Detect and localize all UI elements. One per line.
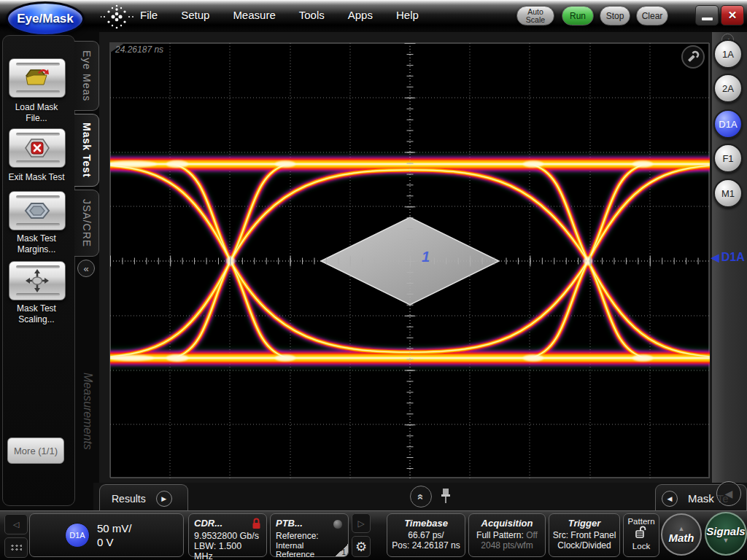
acquisition-panel[interactable]: Acquisition Full Pattern: Off 2048 pts/w…	[468, 513, 546, 557]
channel-button-d1a[interactable]: D1A	[713, 109, 743, 139]
mask-region-number: 1	[422, 249, 430, 265]
timebase-scale-value: 66.67 ps/	[387, 530, 465, 540]
results-tab[interactable]: Results ▶	[99, 484, 188, 512]
triangle-left-icon: ◁	[13, 520, 19, 529]
spark-icon	[101, 2, 134, 31]
channel-offset-value: 0 V	[97, 535, 132, 549]
exit-mask-test-label: Exit Mask Test	[0, 172, 73, 183]
tab-mask-test-label: Mask Test	[81, 122, 93, 178]
tab-eye-meas-label: Eye Meas	[81, 50, 93, 101]
pattern-lock-panel[interactable]: Pattern Lock	[623, 513, 659, 557]
pin-icon	[439, 487, 452, 505]
close-button[interactable]: ✕	[721, 5, 744, 26]
minimize-button[interactable]	[695, 5, 719, 26]
mask-test-margins-icon	[22, 200, 53, 222]
trigger-title: Trigger	[549, 518, 619, 529]
exit-mask-test-icon	[22, 137, 53, 159]
channel-button-2a[interactable]: 2A	[713, 74, 743, 103]
ptb-corner-number: 1	[341, 548, 346, 556]
channel-strip	[712, 32, 747, 510]
button-grip	[16, 133, 60, 136]
button-grip	[16, 160, 60, 163]
pattern-lock-label-bottom: Lock	[624, 542, 659, 551]
mask-test-margins-button[interactable]	[9, 191, 66, 230]
menu-setup[interactable]: Setup	[181, 9, 209, 21]
acquisition-pattern-value: Off	[526, 530, 538, 540]
button-grip	[16, 293, 60, 296]
active-channel-arrow-icon: ◀	[711, 252, 719, 263]
sidebar-collapse-button[interactable]: «	[77, 260, 95, 277]
math-button[interactable]: ▲ Math	[661, 513, 702, 556]
collapse-left-icon: «	[83, 263, 88, 274]
timebase-panel[interactable]: Timebase 66.67 ps/ Pos: 24.26187 ns	[387, 513, 465, 557]
menu-tools[interactable]: Tools	[299, 9, 325, 21]
channel-button-1a[interactable]: 1A	[713, 39, 743, 69]
application-window: Eye/Mask File Setup Measure Tools Apps	[0, 0, 747, 560]
panel-expand-button[interactable]: «	[410, 486, 432, 508]
menu-measure[interactable]: Measure	[233, 9, 275, 21]
signals-button-label: Signals	[706, 525, 745, 537]
math-up-icon: ▲	[678, 526, 685, 532]
pattern-unlock-icon	[634, 526, 649, 539]
ptb-status-led	[333, 519, 343, 529]
more-button[interactable]: More (1/1)	[7, 438, 64, 464]
plot-tools-button[interactable]	[681, 45, 705, 69]
wrench-icon	[686, 50, 700, 64]
keypad-button[interactable]	[4, 537, 28, 558]
trigger-mode-value: Clock/Divided	[549, 540, 619, 551]
stop-button[interactable]: Stop	[600, 6, 630, 26]
signals-button[interactable]: Signals ▼	[705, 512, 747, 556]
title-bar: Eye/Mask File Setup Measure Tools Apps	[0, 0, 747, 32]
mask-test-scaling-icon	[22, 269, 53, 292]
settings-button[interactable]: ⚙	[352, 536, 371, 557]
menu-bar: File Setup Measure Tools Apps Help	[140, 9, 419, 21]
trigger-source-value: Src: Front Panel	[549, 530, 619, 540]
panel-collapse-button[interactable]: ◁	[4, 514, 28, 534]
tab-mask-test[interactable]: Mask Test	[74, 114, 99, 187]
tab-jsa-cre[interactable]: JSA/CRE	[74, 190, 99, 257]
collapse-tab-icon: ◀	[725, 488, 733, 499]
menu-help[interactable]: Help	[396, 9, 419, 21]
run-button[interactable]: Run	[562, 6, 594, 26]
menu-file[interactable]: File	[140, 9, 158, 21]
app-logo-label: Eye/Mask	[17, 12, 74, 26]
cdr-lbw-value: LBW: 1.500 MHz	[194, 541, 261, 560]
acquisition-points-value: 2048 pts/wfm	[469, 540, 545, 551]
math-button-label: Math	[669, 532, 694, 544]
ptb-corner-fold: 1	[336, 544, 348, 556]
channel-scale-value: 50 mV/	[97, 521, 132, 535]
eye-diagram-display[interactable]	[109, 42, 709, 478]
mask-tab-collapse-button[interactable]: ◀	[716, 481, 741, 506]
channel-button-m1[interactable]: M1	[713, 179, 743, 208]
button-grip	[16, 265, 60, 268]
signals-down-icon: ▼	[723, 537, 729, 543]
eye-diagram-canvas	[110, 43, 710, 478]
ptb-panel[interactable]: PTB... Reference: Internal Reference 1	[270, 513, 349, 557]
plot-timestamp: 24.26187 ns	[115, 44, 163, 55]
autoscale-button[interactable]: Auto Scale	[516, 6, 554, 26]
exit-mask-test-button[interactable]	[9, 128, 66, 168]
measurements-label: Measurements	[81, 373, 94, 450]
minimize-icon	[702, 18, 713, 20]
trigger-panel[interactable]: Trigger Src: Front Panel Clock/Divided	[549, 513, 620, 557]
channel-scale-panel[interactable]: D1A 50 mV/ 0 V	[29, 513, 184, 557]
cdr-rate-value: 9.9532800 Gb/s	[194, 531, 261, 541]
expand-right-button[interactable]: ▷	[352, 513, 371, 533]
load-mask-file-button[interactable]	[9, 58, 66, 98]
channel-button-f1[interactable]: F1	[713, 144, 743, 173]
menu-apps[interactable]: Apps	[348, 9, 373, 21]
pin-button[interactable]	[439, 487, 452, 505]
ptb-reference-label: Reference:	[276, 531, 343, 541]
tab-jsa-cre-label: JSA/CRE	[81, 199, 93, 247]
button-grip	[16, 63, 60, 66]
lock-icon	[252, 518, 261, 529]
clear-button[interactable]: Clear	[636, 6, 668, 26]
cdr-panel[interactable]: CDR... 9.9532800 Gb/s LBW: 1.500 MHz	[188, 513, 267, 557]
results-expand-icon: ▶	[156, 491, 172, 507]
mask-test-scaling-button[interactable]	[9, 261, 66, 300]
tab-eye-meas[interactable]: Eye Meas	[74, 41, 99, 111]
mask-tab-back-icon: ◀	[662, 491, 678, 507]
timebase-title: Timebase	[387, 518, 465, 529]
mask-test-scaling-label: Mask Test Scaling...	[0, 303, 73, 325]
button-grip	[16, 223, 60, 226]
